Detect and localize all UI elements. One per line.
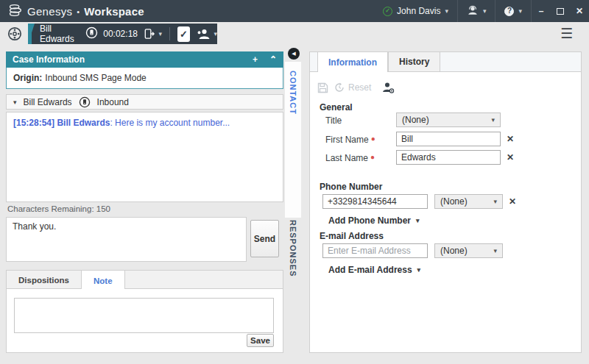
chat-transcript: [15:28:54] Bill Edwards: Here is my acco…	[6, 112, 283, 202]
email-type-dropdown[interactable]: (None) ▾	[434, 243, 503, 258]
characters-remaining: Characters Remaining: 150	[7, 204, 110, 213]
origin-label: Origin:	[13, 73, 42, 83]
interaction-wheel-button[interactable]	[7, 26, 23, 42]
chevron-down-icon: ▾	[416, 218, 420, 224]
title-label: Title	[325, 115, 342, 126]
email-type-value: (None)	[440, 246, 468, 256]
chevron-down-icon: ▾	[493, 247, 497, 254]
brand-separator: •	[77, 7, 80, 16]
add-phone-number-button[interactable]: Add Phone Number ▾	[328, 215, 420, 226]
status-ready-icon: ✓	[383, 7, 392, 16]
interaction-party-row[interactable]: ▾ Bill Edwards Inbound	[6, 94, 283, 110]
message-text: Here is my account number...	[115, 118, 230, 128]
contact-actions-toolbar: Reset	[317, 82, 395, 93]
agent-menu[interactable]: ▾	[458, 0, 495, 22]
tab-information[interactable]: Information	[317, 51, 388, 72]
title-dropdown[interactable]: (None) ▾	[396, 113, 501, 127]
message-input[interactable]: Thank you.	[6, 217, 247, 262]
agent-icon	[467, 5, 479, 18]
maximize-icon	[557, 8, 564, 15]
collapse-case-info-button[interactable]: ⌃	[269, 54, 277, 65]
contact-panel: Information History Reset	[309, 51, 582, 353]
first-name-label: First Name●	[325, 135, 375, 145]
case-information-header: Case Information + ⌃	[6, 51, 283, 68]
tab-history[interactable]: History	[388, 51, 440, 71]
sms-media-icon	[79, 96, 91, 108]
chevron-down-icon: ▾	[483, 8, 487, 15]
brand-name: Genesys	[27, 5, 72, 18]
required-icon: ●	[371, 135, 375, 143]
help-icon: ?	[504, 7, 514, 16]
active-interaction-bar[interactable]: Bill Edwards 00:02:18 ▾ ✓	[28, 24, 217, 44]
interaction-timer: 00:02:18	[103, 29, 138, 39]
case-information-card: Case Information + ⌃ Origin: Inbound SMS…	[6, 51, 283, 89]
chevron-down-icon: ▾	[518, 8, 522, 15]
case-origin-row: Origin: Inbound SMS Page Mode	[6, 68, 283, 89]
phone-type-value: (None)	[440, 196, 468, 207]
clear-first-name-button[interactable]: ✕	[507, 135, 514, 143]
reset-contact-button[interactable]: Reset	[334, 82, 371, 93]
minimize-button[interactable]: –	[532, 0, 551, 22]
main-menu-button[interactable]: ☰	[560, 24, 573, 43]
chevron-down-icon: ▾	[417, 267, 421, 274]
send-button[interactable]: Send	[250, 220, 279, 257]
title-value: (None)	[402, 115, 429, 125]
message-sender: Bill Edwards	[57, 118, 110, 128]
user-name: John Davis	[397, 6, 440, 16]
end-sms-button[interactable]: ▾	[143, 28, 162, 40]
phone-type-dropdown[interactable]: (None) ▾	[434, 194, 503, 209]
dispositions-note-tabbar: Dispositions Note	[6, 270, 283, 289]
collapse-panel-button[interactable]: ◀	[288, 48, 300, 60]
interaction-party-name: Bill Edwards	[40, 24, 80, 44]
chevron-down-icon: ▾	[445, 8, 448, 15]
transcript-message: [15:28:54] Bill Edwards: Here is my acco…	[13, 117, 276, 129]
genesys-logo-icon	[7, 3, 23, 20]
brand: Genesys • Workspace	[0, 3, 144, 20]
message-time: [15:28:54]	[13, 118, 54, 128]
note-input[interactable]	[14, 298, 274, 333]
phone-number-input[interactable]	[322, 194, 428, 209]
email-input[interactable]	[322, 243, 428, 258]
app-header: Genesys • Workspace ✓ John Davis ▾ ▾ ? ▾	[0, 0, 589, 22]
party-name: Bill Edwards	[24, 97, 72, 107]
vertical-tab-contact[interactable]: CONTACT	[289, 71, 297, 115]
last-name-label: Last Name●	[325, 153, 375, 163]
maximize-button[interactable]	[551, 0, 570, 22]
origin-value: Inbound SMS Page Mode	[45, 73, 146, 83]
tab-note[interactable]: Note	[82, 271, 125, 290]
reset-label: Reset	[348, 82, 371, 93]
interaction-accent-corner	[28, 24, 35, 44]
add-case-data-button[interactable]: +	[253, 54, 258, 65]
case-information-title: Case Information	[13, 54, 85, 65]
assign-contact-button[interactable]	[381, 82, 395, 93]
last-name-input[interactable]	[396, 150, 501, 165]
save-note-button[interactable]: Save	[247, 334, 274, 347]
clear-last-name-button[interactable]: ✕	[507, 153, 514, 162]
section-email-address: E-mail Address	[320, 231, 384, 241]
product-name: Workspace	[84, 5, 144, 18]
user-menu[interactable]: ✓ John Davis ▾	[374, 0, 457, 22]
section-phone-number: Phone Number	[320, 182, 382, 192]
first-name-input[interactable]	[396, 132, 501, 146]
chevron-down-icon: ▾	[214, 31, 218, 38]
add-email-address-button[interactable]: Add E-mail Address ▾	[328, 265, 420, 275]
save-contact-button[interactable]	[317, 82, 328, 93]
interaction-toolbar-row: Bill Edwards 00:02:18 ▾ ✓	[0, 22, 589, 46]
note-panel: Save	[6, 289, 283, 353]
party-status: Inbound	[97, 97, 129, 107]
consult-button[interactable]: ▾	[196, 28, 218, 40]
chevron-down-icon: ▾	[493, 198, 497, 205]
clear-phone-button[interactable]: ✕	[509, 197, 516, 206]
vertical-tab-responses[interactable]: RESPONSES	[289, 220, 297, 276]
chevron-down-icon: ▾	[491, 116, 495, 124]
tab-dispositions[interactable]: Dispositions	[7, 271, 82, 290]
mark-done-button[interactable]: ✓	[177, 26, 190, 42]
chevron-down-icon: ▾	[13, 99, 17, 106]
sms-media-icon	[85, 26, 98, 41]
contact-tabbar: Information History	[310, 52, 581, 72]
help-menu[interactable]: ? ▾	[495, 0, 531, 22]
required-icon: ●	[370, 153, 375, 161]
close-button[interactable]: ✕	[570, 0, 589, 22]
chevron-down-icon: ▾	[158, 31, 162, 38]
divider	[169, 27, 170, 40]
